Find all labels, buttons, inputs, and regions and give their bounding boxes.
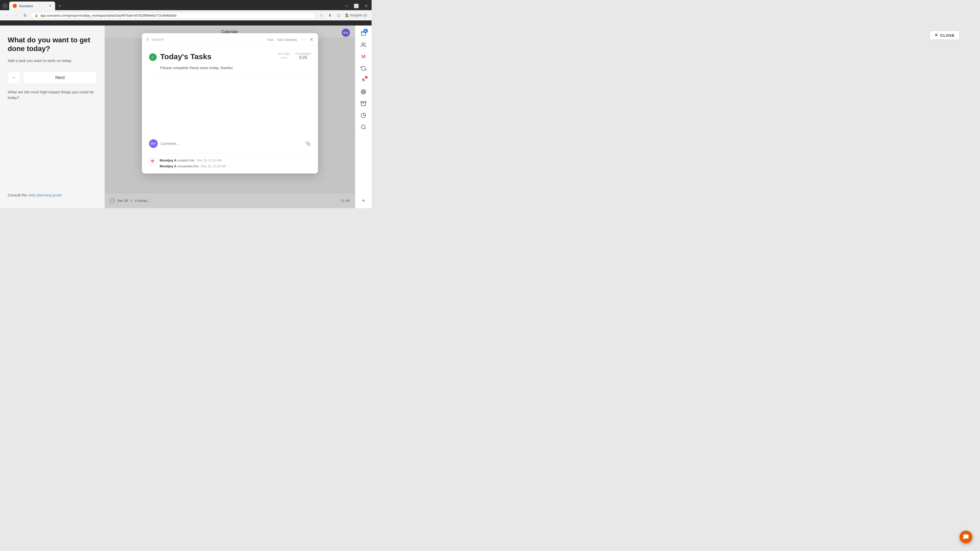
sidebar-icon-people[interactable] bbox=[358, 40, 369, 50]
maximize-button[interactable]: ⬜ bbox=[353, 2, 360, 10]
activity-calendar-icon: 📅 bbox=[149, 158, 156, 165]
notion-badge bbox=[365, 76, 368, 79]
nav-actions: ☆ ⬇ ⬡ 🕵 Incognito (2) bbox=[318, 12, 369, 19]
svg-rect-8 bbox=[361, 102, 366, 103]
actual-time-col: ACTUAL --:-- bbox=[278, 52, 290, 60]
back-nav-button[interactable]: ← bbox=[8, 71, 21, 84]
svg-point-7 bbox=[363, 91, 364, 92]
tab-bar: › Sunsama ✕ + ─ ⬜ ✕ bbox=[0, 0, 372, 10]
reload-button[interactable]: ↻ bbox=[21, 12, 29, 19]
sidebar-icon-notion[interactable]: N bbox=[358, 75, 369, 85]
modal-close-button[interactable]: ✕ bbox=[310, 37, 313, 42]
sidebar-icon-calendar[interactable]: 1 bbox=[358, 28, 369, 38]
hash-symbol: # bbox=[146, 37, 149, 42]
commenter-avatar: MA bbox=[149, 139, 158, 148]
modal-body: ✓ Today's Tasks ACTUAL --:-- PLANNED 0:2… bbox=[142, 46, 318, 139]
activity-text: Moodjoy A created this Dec 15, 12:10 AM … bbox=[160, 157, 226, 169]
next-nav-button[interactable]: Next bbox=[23, 71, 97, 84]
task-meta: ACTUAL --:-- PLANNED 0:25 bbox=[278, 52, 310, 60]
navigation-buttons: ← Next bbox=[8, 71, 97, 84]
activity-creator: Moodjoy A bbox=[160, 159, 177, 162]
minimize-button[interactable]: ─ bbox=[343, 2, 350, 10]
secondary-prompt: What are the most high-impact things you… bbox=[8, 89, 97, 101]
activity-section: 📅 Moodjoy A created this Dec 15, 12:10 A… bbox=[142, 153, 318, 173]
tab-close-button[interactable]: ✕ bbox=[49, 4, 52, 8]
due-button[interactable]: Due bbox=[267, 38, 274, 41]
tab-favicon bbox=[13, 4, 17, 8]
panel-subtext: Add a task you want to work on today. bbox=[8, 58, 97, 64]
forward-button[interactable]: → bbox=[12, 12, 19, 19]
task-complete-icon[interactable]: ✓ bbox=[149, 53, 157, 61]
incognito-button[interactable]: 🕵 Incognito (2) bbox=[344, 12, 369, 19]
modal-overlay: # channel Due Add subtasks ··· ✕ ✓ Today… bbox=[105, 25, 355, 208]
sidebar-icon-gmail[interactable]: M bbox=[358, 52, 369, 62]
active-tab[interactable]: Sunsama ✕ bbox=[9, 2, 55, 10]
new-tab-button[interactable]: + bbox=[56, 2, 63, 10]
calendar-badge: 1 bbox=[363, 29, 368, 33]
task-description: Please complete these ones today, thanks… bbox=[160, 65, 311, 71]
actual-value: --:-- bbox=[278, 56, 290, 60]
actual-label: ACTUAL bbox=[278, 52, 290, 56]
download-button[interactable]: ⬇ bbox=[326, 12, 334, 19]
sidebar-divider bbox=[360, 135, 367, 135]
task-title: Today's Tasks bbox=[160, 52, 275, 61]
comment-section: MA 📎 bbox=[142, 139, 318, 153]
planned-label: PLANNED bbox=[296, 52, 311, 56]
task-title-row: ✓ Today's Tasks ACTUAL --:-- PLANNED 0:2… bbox=[149, 52, 311, 61]
lock-icon: 🔒 bbox=[35, 14, 38, 17]
main-area: What do you want to get done today? Add … bbox=[0, 25, 372, 208]
address-bar[interactable]: 🔒 app.sunsama.com/group/moodjoy_workspac… bbox=[30, 12, 316, 19]
activity-completer: Moodjoy A bbox=[160, 164, 177, 168]
nav-bar: ← → ↻ 🔒 app.sunsama.com/group/moodjoy_wo… bbox=[0, 10, 372, 21]
activity-row: 📅 Moodjoy A created this Dec 15, 12:10 A… bbox=[149, 157, 311, 169]
svg-point-6 bbox=[362, 91, 365, 94]
activity-created-label: created this bbox=[177, 159, 194, 162]
footer-text: Consult the daily planning guide bbox=[8, 192, 97, 198]
panel-heading: What do you want to get done today? bbox=[8, 36, 97, 53]
modal-actions: Due Add subtasks ··· ✕ bbox=[267, 37, 313, 42]
right-sidebar: 1 M N bbox=[355, 25, 372, 208]
sidebar-icon-search[interactable] bbox=[358, 122, 369, 132]
sidebar-add-button[interactable]: + bbox=[358, 195, 369, 206]
activity-created-time: Dec 15, 12:10 AM bbox=[197, 159, 221, 162]
comment-row: MA 📎 bbox=[149, 139, 311, 148]
sidebar-icon-analytics[interactable] bbox=[358, 110, 369, 121]
activity-completed-time: Dec 16, 12:10 AM bbox=[201, 165, 226, 168]
task-modal: # channel Due Add subtasks ··· ✕ ✓ Today… bbox=[142, 33, 318, 173]
tab-prev-button[interactable]: › bbox=[2, 3, 8, 9]
comment-input[interactable] bbox=[161, 141, 302, 146]
more-options-button[interactable]: ··· bbox=[301, 37, 306, 42]
sidebar-icon-sync[interactable] bbox=[358, 63, 369, 73]
center-area: Calendar MA ✓ Dec 20 # # Sunsa... 11 AM … bbox=[105, 25, 355, 208]
svg-point-10 bbox=[361, 125, 365, 129]
planning-guide-link[interactable]: daily planning guide bbox=[28, 193, 62, 197]
add-subtasks-button[interactable]: Add subtasks bbox=[277, 38, 297, 41]
tab-label: Sunsama bbox=[19, 4, 33, 8]
back-button[interactable]: ← bbox=[3, 12, 10, 19]
left-panel: What do you want to get done today? Add … bbox=[0, 25, 105, 208]
attachment-button[interactable]: 📎 bbox=[305, 141, 311, 146]
sidebar-icon-target[interactable] bbox=[358, 87, 369, 97]
window-close-button[interactable]: ✕ bbox=[363, 2, 369, 10]
address-text: app.sunsama.com/group/moodjoy_workspace/… bbox=[40, 14, 177, 17]
planned-time-col: PLANNED 0:25 bbox=[296, 52, 311, 60]
extensions-button[interactable]: ⬡ bbox=[335, 12, 342, 19]
channel-label: channel bbox=[151, 38, 265, 41]
svg-point-4 bbox=[362, 43, 364, 44]
planned-value: 0:25 bbox=[296, 56, 311, 60]
activity-completed-label: completed this bbox=[177, 164, 199, 168]
sidebar-icon-archive[interactable] bbox=[358, 98, 369, 109]
browser-chrome: › Sunsama ✕ + ─ ⬜ ✕ ← → ↻ 🔒 app.sunsama.… bbox=[0, 0, 372, 25]
modal-top-bar: # channel Due Add subtasks ··· ✕ bbox=[142, 33, 318, 46]
bookmark-button[interactable]: ☆ bbox=[318, 12, 325, 19]
svg-line-11 bbox=[364, 128, 366, 129]
